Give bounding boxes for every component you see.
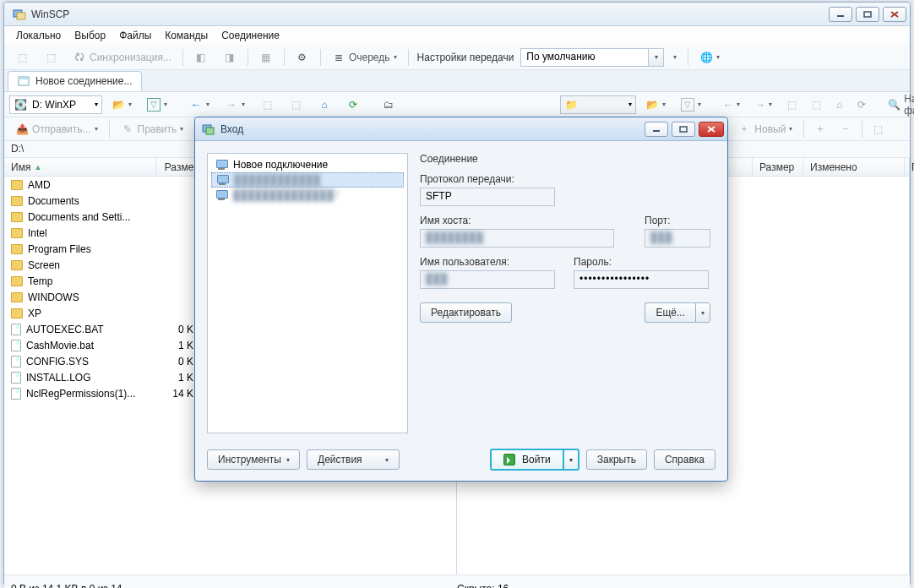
r-home-btn[interactable]: ⌂ xyxy=(830,95,848,114)
gear-button[interactable]: ⚙ xyxy=(290,48,315,67)
computer-icon xyxy=(215,174,229,186)
r-refresh-btn[interactable]: ⟳ xyxy=(851,95,872,114)
back-btn[interactable]: ←▾ xyxy=(183,95,215,114)
edit-button[interactable]: ✎Править▾ xyxy=(115,120,190,139)
up-btn2[interactable]: ⬚ xyxy=(283,95,308,114)
main-titlebar[interactable]: WinSCP xyxy=(4,3,910,26)
main-toolbar: ⬚ ⬚ 🗘Синхронизация... ◧ ◨ ▦ ⚙ ≣Очередь▾ … xyxy=(4,45,910,70)
maximize-button[interactable] xyxy=(856,7,879,22)
send-button[interactable]: 📤Отправить...▾ xyxy=(9,120,104,139)
more-button[interactable]: Ещё... ▾ xyxy=(645,302,710,323)
edit-connection-button[interactable]: Редактировать xyxy=(420,302,512,323)
r-fwd-btn[interactable]: →▾ xyxy=(749,95,778,114)
tree-btn[interactable]: 🗂 xyxy=(376,95,401,114)
tb-btn-1[interactable]: ⬚ xyxy=(9,48,35,67)
password-input[interactable]: •••••••••••••••• xyxy=(574,270,709,289)
folder-icon xyxy=(11,228,23,238)
username-input[interactable]: ███ xyxy=(420,270,555,289)
username-label: Имя пользователя: xyxy=(420,256,557,268)
host-input[interactable]: ████████ xyxy=(420,229,614,248)
file-name: NclRegPermissions(1)... xyxy=(26,388,135,400)
transfer-preset-combo[interactable]: По умолчанию ▾ xyxy=(520,48,664,67)
find-files-btn[interactable]: 🔍Найти файлы… xyxy=(882,95,914,114)
file-icon xyxy=(11,388,21,400)
file-name: Intel xyxy=(28,227,47,239)
separator xyxy=(803,121,804,138)
r-props[interactable]: ⬚ xyxy=(868,120,889,139)
saved-session-2[interactable]: ██████████████7 xyxy=(211,188,404,203)
separator xyxy=(182,49,183,66)
actions-button[interactable]: Действия▾ xyxy=(307,449,400,470)
up-btn1[interactable]: ⬚ xyxy=(254,95,280,114)
menu-local[interactable]: Локально xyxy=(11,28,66,43)
menu-commands[interactable]: Команды xyxy=(160,28,213,43)
tab-new-connection[interactable]: Новое соединение... xyxy=(8,71,142,91)
menu-connection[interactable]: Соединение xyxy=(216,28,285,43)
statusbar: 0 B из 14,1 KB в 0 из 14 Скрыто: 16 xyxy=(4,574,910,588)
group-label: Соединение xyxy=(420,153,710,165)
remote-drive-selector[interactable]: 📁▾ xyxy=(560,95,636,114)
col-r-perm[interactable]: Права xyxy=(905,158,914,176)
status-right: Скрыто: 16 xyxy=(457,583,903,589)
r-b1[interactable]: ⬚ xyxy=(781,95,802,114)
tb-btn-dd[interactable]: ▾ xyxy=(667,48,683,67)
host-label: Имя хоста: xyxy=(420,215,628,226)
r-plus[interactable]: ＋ xyxy=(809,120,831,139)
computer-icon xyxy=(215,189,228,201)
refresh-btn[interactable]: ⟳ xyxy=(340,95,366,114)
r-b2[interactable]: ⬚ xyxy=(806,95,827,114)
r-minus[interactable]: － xyxy=(835,120,857,139)
tb-btn-2[interactable]: ⬚ xyxy=(38,48,63,67)
arrow-left-icon: ← xyxy=(189,98,203,112)
filter-btn[interactable]: ▽▾ xyxy=(141,95,173,114)
separator xyxy=(862,121,862,138)
login-button[interactable]: Войти ▾ xyxy=(490,449,579,471)
r-filter-btn[interactable]: ▽▾ xyxy=(675,95,707,114)
minimize-button[interactable] xyxy=(829,7,852,22)
folder-icon xyxy=(11,196,23,206)
queue-button[interactable]: ≣Очередь▾ xyxy=(326,48,403,67)
protocol-label: Протокол передачи: xyxy=(420,173,710,185)
arrow-right-icon: → xyxy=(225,98,238,112)
file-name: Program Files xyxy=(28,243,91,255)
r-new-button[interactable]: ＋Новый▾ xyxy=(732,120,798,139)
saved-session-1[interactable]: ████████████ xyxy=(211,172,404,188)
dialog-close-button[interactable] xyxy=(699,122,724,137)
dialog-maximize-button[interactable] xyxy=(672,122,695,137)
login-dropdown[interactable]: ▾ xyxy=(563,449,579,471)
tb-btn-5[interactable]: ▦ xyxy=(253,48,279,67)
fwd-btn[interactable]: →▾ xyxy=(219,95,251,114)
protocol-combo[interactable]: SFTP xyxy=(420,188,555,206)
separator xyxy=(408,49,409,66)
dialog-close-btn[interactable]: Закрыть xyxy=(586,449,647,470)
tb-btn-3[interactable]: ◧ xyxy=(188,48,214,67)
svg-rect-3 xyxy=(864,12,871,17)
dialog-minimize-button[interactable] xyxy=(645,122,668,137)
globe-button[interactable]: 🌐▾ xyxy=(694,48,726,67)
menu-files[interactable]: Файлы xyxy=(114,28,156,43)
r-back-btn[interactable]: ←▾ xyxy=(717,95,746,114)
drive-selector[interactable]: 💽 D: WinXP ▾ xyxy=(9,95,102,114)
dialog-title: Вход xyxy=(220,123,243,135)
globe-icon: 🌐 xyxy=(699,51,713,64)
home-btn[interactable]: ⌂ xyxy=(312,95,337,114)
menu-select[interactable]: Выбор xyxy=(69,28,111,43)
close-button[interactable] xyxy=(883,7,906,22)
folder-btn[interactable]: 📂▾ xyxy=(106,95,138,114)
tb-btn-4[interactable]: ◨ xyxy=(217,48,242,67)
dialog-titlebar[interactable]: Вход xyxy=(195,117,727,141)
r-folder-btn[interactable]: 📂▾ xyxy=(639,95,672,114)
refresh-icon: ⟳ xyxy=(346,98,360,112)
chevron-down-icon[interactable]: ▾ xyxy=(649,48,664,67)
sync-button[interactable]: 🗘Синхронизация... xyxy=(67,48,177,67)
sessions-list[interactable]: Новое подключение ████████████ █████████… xyxy=(207,153,408,433)
col-r-date[interactable]: Изменено xyxy=(803,158,905,176)
login-dialog: Вход Новое подключение ████████████ ████… xyxy=(194,117,728,482)
help-button[interactable]: Справка xyxy=(654,449,715,470)
port-input[interactable]: ███ xyxy=(645,229,710,248)
password-label: Пароль: xyxy=(574,256,710,268)
col-name[interactable]: Имя▲ xyxy=(4,158,156,176)
col-r-size[interactable]: Размер xyxy=(753,158,803,176)
tools-button[interactable]: Инструменты▾ xyxy=(207,449,300,470)
new-connection-item[interactable]: Новое подключение xyxy=(211,157,404,172)
